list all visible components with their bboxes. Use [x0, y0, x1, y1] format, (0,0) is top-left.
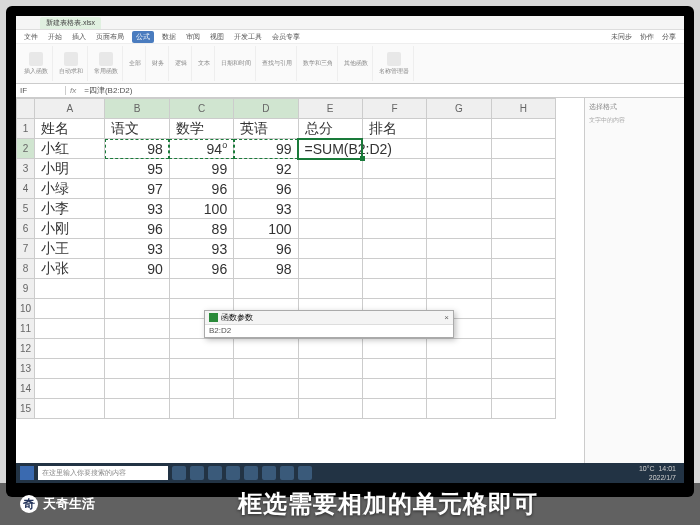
ribbon-financial[interactable]: 财务 [148, 46, 169, 81]
cell-D3[interactable]: 92 [234, 159, 298, 179]
rowhead-15[interactable]: 15 [17, 399, 35, 419]
taskbar-app-icon[interactable] [262, 466, 276, 480]
cell-D1[interactable]: 英语 [234, 119, 298, 139]
name-box[interactable]: IF [16, 86, 66, 95]
ribbon-names[interactable]: 名称管理器 [375, 46, 414, 81]
cell-A2[interactable]: 小红 [35, 139, 105, 159]
taskbar-app-icon[interactable] [208, 466, 222, 480]
system-tray[interactable]: 10°C 14:01 2022/1/7 [635, 464, 680, 482]
colhead-D[interactable]: D [234, 99, 298, 119]
taskbar-app-icon[interactable] [190, 466, 204, 480]
ribbon-text[interactable]: 文本 [194, 46, 215, 81]
taskbar-app-icon[interactable] [244, 466, 258, 480]
cell-C6[interactable]: 89 [169, 219, 233, 239]
rowhead-14[interactable]: 14 [17, 379, 35, 399]
taskbar-app-icon[interactable] [280, 466, 294, 480]
cell-C4[interactable]: 96 [169, 179, 233, 199]
cell-B3[interactable]: 95 [105, 159, 169, 179]
cell-B2[interactable]: 98 [105, 139, 169, 159]
taskbar-app-icon[interactable] [226, 466, 240, 480]
window-controls[interactable] [640, 18, 680, 28]
colhead-E[interactable]: E [298, 99, 362, 119]
select-all-corner[interactable] [17, 99, 35, 119]
cell-D4[interactable]: 96 [234, 179, 298, 199]
rowhead-13[interactable]: 13 [17, 359, 35, 379]
collab-button[interactable]: 协作 [638, 32, 656, 42]
cell-B8[interactable]: 90 [105, 259, 169, 279]
taskbar-app-icon[interactable] [298, 466, 312, 480]
ribbon-datetime[interactable]: 日期和时间 [217, 46, 256, 81]
dialog-close-icon[interactable]: × [444, 313, 449, 322]
menu-insert[interactable]: 插入 [70, 32, 88, 42]
rowhead-2[interactable]: 2 [17, 139, 35, 159]
cell-A7[interactable]: 小王 [35, 239, 105, 259]
colhead-F[interactable]: F [362, 99, 426, 119]
ribbon-lookup[interactable]: 查找与引用 [258, 46, 297, 81]
cell-B6[interactable]: 96 [105, 219, 169, 239]
ribbon-common[interactable]: 常用函数 [90, 46, 123, 81]
ribbon-logic[interactable]: 逻辑 [171, 46, 192, 81]
file-tab[interactable]: 新建表格表.xlsx [40, 17, 101, 29]
cell-A5[interactable]: 小李 [35, 199, 105, 219]
rowhead-8[interactable]: 8 [17, 259, 35, 279]
cell-B4[interactable]: 97 [105, 179, 169, 199]
menu-home[interactable]: 开始 [46, 32, 64, 42]
cell-H2[interactable] [491, 139, 555, 159]
fx-icon-small[interactable]: fx [66, 86, 80, 95]
cell-G2[interactable] [427, 139, 491, 159]
rowhead-9[interactable]: 9 [17, 279, 35, 299]
colhead-A[interactable]: A [35, 99, 105, 119]
sync-status[interactable]: 未同步 [609, 32, 634, 42]
menu-dev[interactable]: 开发工具 [232, 32, 264, 42]
cell-B5[interactable]: 93 [105, 199, 169, 219]
cell-A8[interactable]: 小张 [35, 259, 105, 279]
dialog-range-value[interactable]: B2:D2 [205, 325, 453, 336]
colhead-G[interactable]: G [427, 99, 491, 119]
colhead-C[interactable]: C [169, 99, 233, 119]
ribbon-other[interactable]: 其他函数 [340, 46, 373, 81]
cell-A6[interactable]: 小刚 [35, 219, 105, 239]
rowhead-4[interactable]: 4 [17, 179, 35, 199]
worksheet[interactable]: A B C D E F G H 1 姓名 语文 数学 英语 [16, 98, 584, 465]
cell-C3[interactable]: 99 [169, 159, 233, 179]
ribbon-insert-fn[interactable]: 插入函数 [20, 46, 53, 81]
start-button[interactable] [20, 466, 34, 480]
cell-D8[interactable]: 98 [234, 259, 298, 279]
cell-E1[interactable]: 总分 [298, 119, 362, 139]
formula-input[interactable]: =四津(B2:D2) [80, 85, 684, 96]
cell-F1[interactable]: 排名 [362, 119, 426, 139]
taskbar-search[interactable]: 在这里输入你要搜索的内容 [38, 466, 168, 480]
cell-H1[interactable] [491, 119, 555, 139]
cell-B1[interactable]: 语文 [105, 119, 169, 139]
rowhead-10[interactable]: 10 [17, 299, 35, 319]
cell-C1[interactable]: 数学 [169, 119, 233, 139]
rowhead-6[interactable]: 6 [17, 219, 35, 239]
rowhead-3[interactable]: 3 [17, 159, 35, 179]
colhead-H[interactable]: H [491, 99, 555, 119]
cell-A4[interactable]: 小绿 [35, 179, 105, 199]
rowhead-7[interactable]: 7 [17, 239, 35, 259]
ribbon-math[interactable]: 数学和三角 [299, 46, 338, 81]
cell-D5[interactable]: 93 [234, 199, 298, 219]
menu-view[interactable]: 视图 [208, 32, 226, 42]
menu-data[interactable]: 数据 [160, 32, 178, 42]
function-args-dialog[interactable]: 函数参数 × B2:D2 [204, 310, 454, 338]
cell-C5[interactable]: 100 [169, 199, 233, 219]
cell-C7[interactable]: 93 [169, 239, 233, 259]
menu-vip[interactable]: 会员专享 [270, 32, 302, 42]
rowhead-11[interactable]: 11 [17, 319, 35, 339]
cell-B7[interactable]: 93 [105, 239, 169, 259]
taskbar-app-icon[interactable] [172, 466, 186, 480]
menu-review[interactable]: 审阅 [184, 32, 202, 42]
ribbon-all[interactable]: 全部 [125, 46, 146, 81]
colhead-B[interactable]: B [105, 99, 169, 119]
rowhead-1[interactable]: 1 [17, 119, 35, 139]
cell-D6[interactable]: 100 [234, 219, 298, 239]
menu-layout[interactable]: 页面布局 [94, 32, 126, 42]
cell-C2[interactable]: 94o [169, 139, 233, 159]
menu-file[interactable]: 文件 [22, 32, 40, 42]
ribbon-autosum[interactable]: 自动求和 [55, 46, 88, 81]
cell-E2-active[interactable]: =SUM(B2:D2) [298, 139, 362, 159]
cell-A3[interactable]: 小明 [35, 159, 105, 179]
cell-D2[interactable]: 99 [234, 139, 298, 159]
